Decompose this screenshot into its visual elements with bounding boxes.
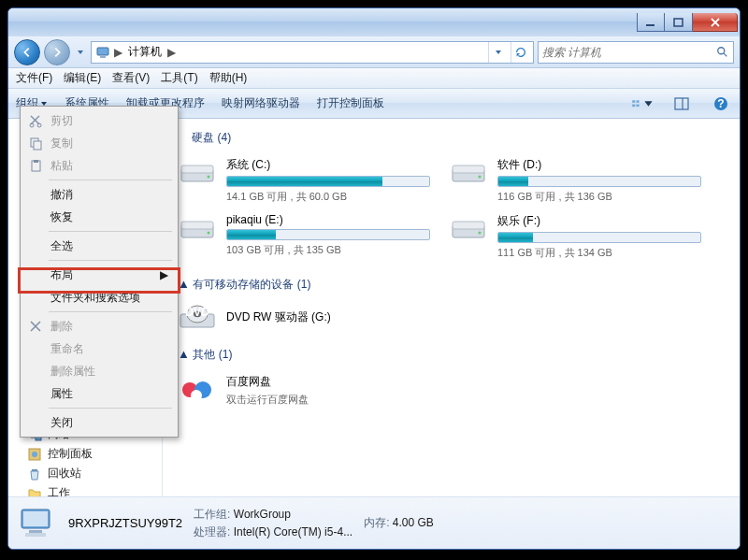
breadcrumb-sep: ▶	[167, 46, 176, 59]
recycle-icon	[27, 467, 42, 481]
menu-edit[interactable]: 编辑(E)	[64, 70, 101, 86]
svg-text:?: ?	[717, 97, 724, 110]
view-mode-button[interactable]	[631, 93, 654, 115]
section-hdd[interactable]: ▲ 硬盘 (4)	[178, 130, 725, 148]
svg-rect-19	[32, 469, 37, 471]
menu-copy[interactable]: 复制	[22, 132, 176, 154]
svg-rect-0	[646, 24, 654, 26]
menu-folder-options[interactable]: 文件夹和搜索选项	[22, 286, 176, 309]
forward-button[interactable]	[44, 39, 70, 65]
minimize-button[interactable]	[637, 13, 665, 32]
menu-file[interactable]: 文件(F)	[16, 70, 52, 86]
svg-rect-6	[637, 100, 640, 102]
open-control-panel-button[interactable]: 打开控制面板	[317, 95, 384, 111]
maximize-button[interactable]	[665, 13, 693, 32]
explorer-window: ▶ 计算机 ▶ 文件(F) 编辑(E) 查看(V) 工具(T) 帮助(H) 组织…	[7, 7, 741, 550]
svg-rect-27	[181, 222, 213, 229]
svg-rect-1	[674, 19, 683, 26]
svg-rect-7	[632, 104, 635, 106]
nav-history-dropdown[interactable]	[74, 49, 87, 56]
sidebar-item-recycle[interactable]: 回收站	[8, 464, 162, 483]
paste-icon	[28, 158, 43, 173]
menu-layout[interactable]: 布局▶	[22, 264, 176, 286]
search-input[interactable]	[542, 46, 712, 59]
refresh-button[interactable]	[511, 42, 529, 63]
copy-icon	[28, 136, 43, 151]
navbar: ▶ 计算机 ▶	[8, 36, 740, 68]
sidebar-item-work[interactable]: 工作	[8, 483, 162, 496]
menu-close[interactable]: 关闭	[22, 411, 176, 434]
svg-point-25	[479, 176, 482, 179]
cut-icon	[28, 113, 43, 128]
menu-view[interactable]: 查看(V)	[112, 70, 150, 86]
menu-undo[interactable]: 撤消	[22, 183, 176, 206]
address-bar[interactable]: ▶ 计算机 ▶	[91, 41, 534, 64]
menu-properties[interactable]: 属性	[22, 382, 176, 405]
svg-rect-21	[181, 165, 213, 173]
address-dropdown[interactable]	[488, 42, 507, 63]
preview-pane-button[interactable]	[670, 93, 693, 115]
svg-rect-48	[34, 160, 38, 163]
menu-cut[interactable]: 剪切	[22, 109, 176, 132]
menu-paste[interactable]: 粘贴	[22, 154, 176, 177]
svg-point-38	[191, 390, 202, 401]
search-icon	[716, 46, 729, 59]
svg-text:DVD: DVD	[185, 306, 209, 319]
svg-point-18	[32, 452, 37, 457]
svg-point-31	[479, 232, 482, 235]
breadcrumb-sep: ▶	[114, 46, 122, 59]
menu-delete[interactable]: 删除	[22, 315, 176, 337]
svg-rect-9	[675, 98, 688, 109]
menu-select-all[interactable]: 全选	[22, 235, 176, 257]
svg-point-4	[718, 47, 725, 53]
hdd-icon	[449, 157, 488, 187]
menu-tools[interactable]: 工具(T)	[161, 70, 197, 86]
details-name: 9RXPRJZTSUY99T2	[68, 516, 182, 530]
organize-menu: 剪切 复制 粘贴 撤消 恢复 全选 布局▶ 文件夹和搜索选项 删除 重命名 删除…	[20, 106, 179, 438]
svg-rect-41	[29, 530, 42, 533]
other-baidu[interactable]: 百度网盘 双击运行百度网盘	[178, 374, 725, 407]
map-drive-button[interactable]: 映射网络驱动器	[222, 95, 300, 111]
menu-help[interactable]: 帮助(H)	[209, 70, 248, 86]
baidu-icon	[178, 376, 217, 406]
folder-icon	[27, 486, 42, 497]
menu-rename[interactable]: 重命名	[22, 337, 176, 360]
delete-icon	[28, 319, 43, 334]
drives-grid: 系统 (C:)14.1 GB 可用 , 共 60.0 GB 软件 (D:)116…	[178, 157, 725, 260]
computer-large-icon	[18, 504, 57, 543]
back-button[interactable]	[14, 39, 40, 65]
breadcrumb-root[interactable]: 计算机	[126, 44, 164, 60]
svg-point-22	[208, 176, 210, 179]
menu-redo[interactable]: 恢复	[22, 206, 176, 228]
drive-item[interactable]: pikaqiu (E:)103 GB 可用 , 共 135 GB	[178, 213, 430, 260]
svg-rect-46	[34, 141, 41, 150]
section-removable[interactable]: ▲ 有可移动存储的设备 (1)	[178, 277, 725, 294]
drive-item[interactable]: 娱乐 (F:)111 GB 可用 , 共 134 GB	[449, 213, 701, 260]
usage-bar	[497, 176, 701, 187]
drive-item[interactable]: 软件 (D:)116 GB 可用 , 共 136 GB	[449, 157, 701, 204]
hdd-icon	[178, 157, 217, 187]
help-button[interactable]: ?	[710, 93, 732, 115]
menu-remove-props[interactable]: 删除属性	[22, 360, 176, 382]
close-button[interactable]	[693, 13, 738, 32]
computer-icon	[95, 45, 110, 60]
usage-bar	[497, 232, 701, 243]
search-box[interactable]	[538, 41, 734, 64]
control-panel-icon	[27, 447, 42, 462]
content-pane: ▲ 硬盘 (4) 系统 (C:)14.1 GB 可用 , 共 60.0 GB 软…	[163, 119, 740, 496]
svg-rect-5	[632, 100, 635, 102]
titlebar	[8, 8, 740, 36]
sidebar-item-control-panel[interactable]: 控制面板	[8, 444, 162, 464]
svg-rect-24	[453, 165, 484, 173]
dvd-drive[interactable]: DVD DVD RW 驱动器 (G:)	[178, 304, 725, 334]
menubar: 文件(F) 编辑(E) 查看(V) 工具(T) 帮助(H)	[8, 68, 740, 89]
usage-bar	[226, 229, 430, 240]
svg-rect-8	[637, 104, 640, 106]
svg-rect-40	[23, 511, 48, 526]
svg-rect-30	[453, 222, 484, 229]
svg-rect-2	[97, 48, 108, 55]
section-other[interactable]: ▲ 其他 (1)	[178, 347, 725, 365]
drive-item[interactable]: 系统 (C:)14.1 GB 可用 , 共 60.0 GB	[178, 157, 430, 204]
details-pane: 9RXPRJZTSUY99T2 工作组: WorkGroup 处理器: Inte…	[8, 496, 740, 549]
dvd-icon: DVD	[178, 304, 217, 334]
